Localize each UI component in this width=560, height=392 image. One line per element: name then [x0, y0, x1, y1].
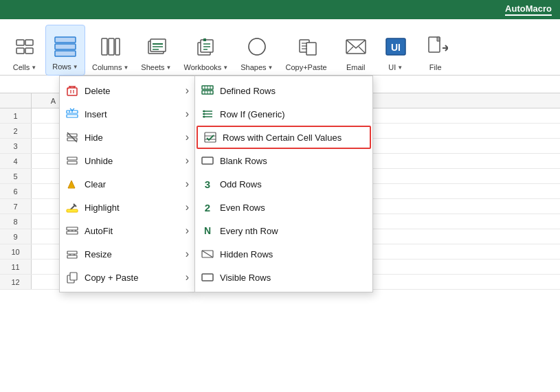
highlight-label: Highlight [85, 203, 188, 213]
svg-rect-87 [202, 274, 213, 281]
ribbon-btn-workbooks[interactable]: Workbooks ▼ [179, 25, 234, 76]
svg-rect-52 [69, 185, 74, 188]
ribbon-top-bar: AutoMacro [0, 0, 560, 19]
svg-rect-2 [16, 48, 24, 54]
menu-item-row-if-generic[interactable]: Row If (Generic) [195, 102, 372, 126]
menu-item-visible-rows[interactable]: Visible Rows [195, 266, 372, 289]
svg-rect-4 [55, 37, 76, 43]
odd-rows-icon: 3 [201, 177, 214, 191]
svg-rect-8 [109, 38, 114, 55]
menu-item-blank-rows[interactable]: Blank Rows [195, 149, 372, 172]
svg-rect-49 [67, 157, 77, 160]
copypaste-label: Copy+Paste [285, 63, 326, 71]
svg-rect-54 [67, 209, 78, 212]
svg-rect-3 [25, 48, 33, 54]
ribbon-btn-ui[interactable]: UI UI ▼ [377, 25, 415, 76]
svg-rect-24 [306, 43, 316, 55]
menu-item-rows-certain-cell[interactable]: Rows with Certain Cell Values [197, 126, 371, 149]
svg-rect-6 [55, 51, 76, 56]
workbooks-label: Workbooks [184, 63, 222, 71]
hidden-rows-icon [201, 247, 214, 261]
ribbon: AutoMacro Cells ▼ [0, 0, 560, 76]
ui-chevron: ▼ [397, 65, 403, 71]
odd-rows-number: 3 [205, 178, 210, 190]
menu-item-resize[interactable]: Resize [60, 242, 194, 266]
copypaste-menu-label: Copy + Paste [85, 273, 188, 283]
rows-certain-cell-label: Rows with Certain Cell Values [223, 132, 363, 143]
sheets-icon [142, 33, 170, 60]
email-label: Email [346, 63, 366, 71]
ribbon-btn-sheets[interactable]: Sheets ▼ [135, 25, 177, 76]
svg-rect-5 [55, 44, 76, 49]
svg-rect-81 [205, 132, 216, 142]
ribbon-buttons: Cells ▼ Rows ▼ [0, 19, 560, 76]
highlight-icon [65, 200, 79, 214]
ribbon-btn-email[interactable]: Email [337, 25, 375, 76]
shapes-chevron: ▼ [268, 65, 273, 71]
clear-icon [65, 177, 79, 191]
app-name: AutoMacro [505, 3, 552, 16]
menu-item-copypaste[interactable]: Copy + Paste [60, 266, 194, 289]
blank-rows-label: Blank Rows [220, 156, 366, 166]
every-nth-row-label: Every nth Row [220, 226, 366, 236]
menu-item-highlight[interactable]: Highlight [60, 196, 194, 219]
rows-certain-cell-icon [203, 130, 217, 144]
copypaste-menu-icon [65, 270, 79, 284]
svg-rect-84 [202, 157, 213, 164]
svg-rect-16 [201, 40, 213, 52]
sheets-label: Sheets [141, 63, 164, 71]
delete-icon [65, 84, 79, 97]
file-label: File [429, 63, 442, 71]
svg-line-86 [202, 251, 213, 257]
ribbon-btn-file[interactable]: File [416, 25, 455, 76]
svg-rect-43 [67, 115, 78, 117]
menu-item-odd-rows[interactable]: 3 Odd Rows [195, 172, 372, 196]
shapes-label: Shapes [240, 63, 266, 71]
menu-item-hidden-rows[interactable]: Hidden Rows [195, 242, 372, 266]
hide-icon [65, 130, 79, 144]
row-if-generic-icon [201, 107, 214, 121]
row-if-generic-label: Row If (Generic) [220, 109, 366, 119]
even-rows-label: Even Rows [220, 203, 366, 213]
menu-item-hide[interactable]: Hide [60, 126, 194, 149]
menu-item-delete[interactable]: Delete [60, 79, 194, 102]
ribbon-btn-cells[interactable]: Cells ▼ [5, 25, 44, 76]
menu-item-unhide[interactable]: Unhide [60, 149, 194, 172]
cells-label: Cells [13, 63, 30, 71]
blank-rows-icon [201, 154, 214, 168]
svg-rect-1 [25, 40, 33, 45]
sheets-chevron: ▼ [166, 65, 172, 71]
menu-item-insert[interactable]: Insert [60, 102, 194, 126]
svg-point-80 [203, 116, 205, 118]
every-nth-letter: N [204, 225, 211, 236]
menu-item-defined-rows[interactable]: Defined Rows [195, 79, 372, 102]
delete-label: Delete [85, 86, 188, 96]
even-rows-number: 2 [205, 202, 210, 214]
svg-rect-35 [67, 88, 77, 95]
menu-item-autofit[interactable]: AutoFit [60, 219, 194, 242]
defined-rows-icon [201, 84, 214, 97]
menu-item-clear[interactable]: Clear [60, 172, 194, 196]
menu-item-even-rows[interactable]: 2 Even Rows [195, 196, 372, 219]
cells-chevron: ▼ [31, 65, 36, 71]
visible-rows-icon [201, 270, 214, 284]
svg-rect-0 [16, 40, 24, 45]
ribbon-btn-rows[interactable]: Rows ▼ [45, 25, 85, 76]
svg-rect-7 [102, 38, 107, 55]
visible-rows-label: Visible Rows [220, 273, 366, 283]
rows-icon [52, 32, 79, 60]
svg-rect-57 [67, 231, 78, 234]
ribbon-btn-columns[interactable]: Columns ▼ [87, 25, 134, 76]
menu-item-every-nth-row[interactable]: N Every nth Row [195, 219, 372, 242]
shapes-icon [243, 33, 271, 60]
svg-rect-62 [67, 255, 77, 258]
unhide-label: Unhide [85, 156, 188, 166]
ui-icon: UI [382, 33, 410, 60]
copypaste-icon [294, 33, 322, 60]
right-submenu: Defined Rows Row If (Generic) [194, 76, 373, 292]
ribbon-btn-copypaste[interactable]: Copy+Paste [280, 25, 335, 76]
every-nth-icon: N [201, 224, 214, 238]
resize-label: Resize [85, 249, 188, 260]
svg-rect-61 [67, 251, 77, 254]
ribbon-btn-shapes[interactable]: Shapes ▼ [235, 25, 278, 76]
